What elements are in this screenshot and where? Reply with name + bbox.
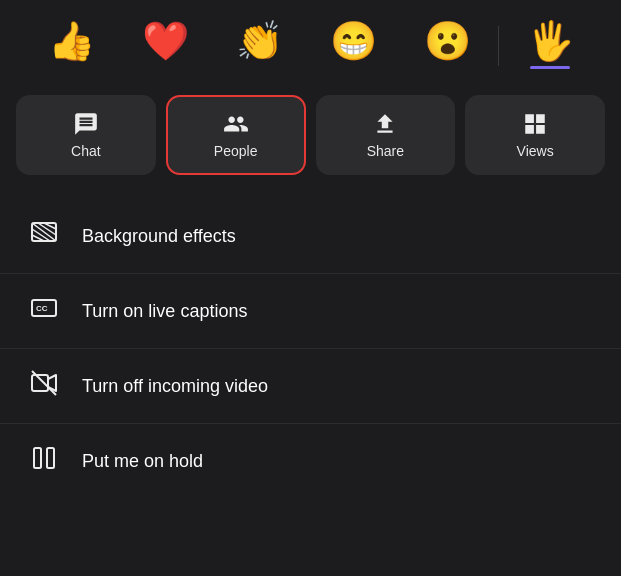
svg-rect-8 <box>32 375 48 391</box>
incoming-video-label: Turn off incoming video <box>82 376 268 397</box>
emoji-row: 👍 ❤️ 👏 😁 😮 🖐️ <box>0 0 621 87</box>
menu-item-background-effects[interactable]: Background effects <box>0 199 621 274</box>
live-captions-icon: CC <box>28 294 60 328</box>
emoji-wave[interactable]: 🖐️ <box>503 18 597 73</box>
background-effects-icon <box>28 219 60 253</box>
tab-views[interactable]: Views <box>465 95 605 175</box>
menu-item-live-captions[interactable]: CC Turn on live captions <box>0 274 621 349</box>
people-icon <box>223 111 249 137</box>
emoji-grin[interactable]: 😁 <box>306 18 400 73</box>
live-captions-label: Turn on live captions <box>82 301 247 322</box>
tab-share-label: Share <box>367 143 404 159</box>
hold-label: Put me on hold <box>82 451 203 472</box>
tab-views-label: Views <box>517 143 554 159</box>
incoming-video-icon <box>28 369 60 403</box>
tab-chat[interactable]: Chat <box>16 95 156 175</box>
menu-list: Background effects CC Turn on live capti… <box>0 191 621 506</box>
svg-rect-11 <box>47 448 54 468</box>
tab-share[interactable]: Share <box>316 95 456 175</box>
tab-people-label: People <box>214 143 258 159</box>
emoji-divider <box>498 26 499 66</box>
svg-rect-10 <box>34 448 41 468</box>
views-icon <box>522 111 548 137</box>
emoji-thumbs-up[interactable]: 👍 <box>24 18 118 73</box>
tab-people[interactable]: People <box>166 95 306 175</box>
tab-chat-label: Chat <box>71 143 101 159</box>
svg-text:CC: CC <box>36 304 48 313</box>
background-effects-label: Background effects <box>82 226 236 247</box>
chat-icon <box>73 111 99 137</box>
hold-icon <box>28 444 60 478</box>
menu-item-hold[interactable]: Put me on hold <box>0 424 621 498</box>
emoji-heart[interactable]: ❤️ <box>118 18 212 73</box>
share-icon <box>372 111 398 137</box>
emoji-surprised[interactable]: 😮 <box>400 18 494 73</box>
menu-item-incoming-video[interactable]: Turn off incoming video <box>0 349 621 424</box>
emoji-clap[interactable]: 👏 <box>212 18 306 73</box>
tab-row: Chat People Share Views <box>0 87 621 191</box>
